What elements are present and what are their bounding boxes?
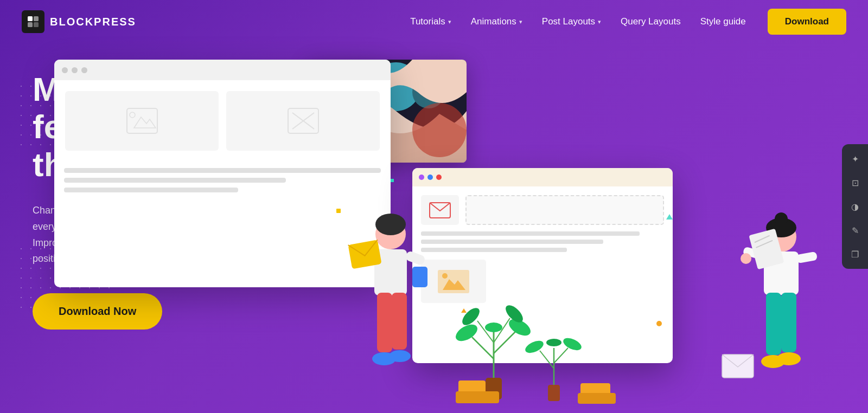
content-card-2 <box>226 91 380 151</box>
content-line-1 <box>64 168 381 173</box>
toolbar-pen-icon[interactable]: ✎ <box>847 222 863 238</box>
toolbar-layers-icon[interactable]: ❐ <box>847 246 863 262</box>
browser-mockup-main <box>54 60 391 287</box>
browser-bar <box>54 60 391 80</box>
svg-rect-0 <box>28 16 33 21</box>
svg-point-33 <box>389 350 411 362</box>
content-card-1 <box>65 91 219 151</box>
svg-rect-45 <box>781 293 796 352</box>
browser-dot-s3 <box>436 175 442 180</box>
content-line-3 <box>64 188 238 192</box>
svg-point-39 <box>741 253 751 264</box>
brand-name: BLOCKPRESS <box>50 16 136 28</box>
chevron-down-icon: ▾ <box>448 18 451 25</box>
browser-dot-1 <box>62 67 68 73</box>
svg-point-47 <box>777 352 801 365</box>
svg-point-65 <box>546 339 561 346</box>
browser-dot-s1 <box>419 175 424 180</box>
svg-rect-31 <box>392 293 407 350</box>
toolbar-contrast-icon[interactable]: ◑ <box>847 198 863 215</box>
svg-rect-43 <box>796 251 818 263</box>
svg-rect-1 <box>34 16 39 21</box>
toolbar-star-icon[interactable]: ✦ <box>847 151 863 167</box>
svg-point-22 <box>442 273 448 279</box>
chevron-down-icon: ▾ <box>598 18 601 25</box>
svg-point-36 <box>775 212 788 225</box>
chevron-down-icon: ▾ <box>519 18 522 25</box>
content-row-1 <box>421 195 664 225</box>
svg-rect-30 <box>377 293 392 352</box>
main-nav: Tutorials ▾ Animations ▾ Post Layouts ▾ … <box>410 16 746 27</box>
svg-rect-27 <box>348 240 382 269</box>
svg-marker-14 <box>134 117 156 128</box>
header-download-button[interactable]: Download <box>768 9 846 35</box>
text-line-2 <box>421 240 603 244</box>
svg-point-58 <box>485 322 502 332</box>
header: BLOCKPRESS Tutorials ▾ Animations ▾ Post… <box>0 0 868 43</box>
logo[interactable]: BLOCKPRESS <box>22 10 136 33</box>
svg-point-24 <box>375 214 406 235</box>
nav-style-guide[interactable]: Style guide <box>700 16 746 27</box>
mail-envelope <box>722 354 754 380</box>
nav-query-layouts[interactable]: Query Layouts <box>621 16 681 27</box>
svg-rect-2 <box>28 22 33 27</box>
toolbar-crop-icon[interactable]: ⊡ <box>847 175 863 191</box>
dashed-box <box>465 195 664 225</box>
deco-square-1 <box>336 209 341 213</box>
browser-content <box>54 80 391 162</box>
side-toolbar: ✦ ⊡ ◑ ✎ ❐ <box>842 144 868 269</box>
svg-point-15 <box>130 112 135 118</box>
svg-rect-44 <box>766 293 781 355</box>
deco-triangle-2 <box>461 308 467 313</box>
deco-triangle-1 <box>666 214 673 220</box>
browser-dot-s2 <box>427 175 433 180</box>
content-line-2 <box>64 178 286 183</box>
browser-dot-3 <box>81 67 87 73</box>
svg-line-62 <box>554 348 568 363</box>
hero-section: BLOCKPRESS Tutorials ▾ Animations ▾ Post… <box>0 0 868 413</box>
nav-tutorials[interactable]: Tutorials ▾ <box>410 16 451 27</box>
svg-point-12 <box>412 103 467 157</box>
svg-rect-69 <box>578 393 616 404</box>
content-lines <box>54 162 391 204</box>
logo-icon <box>22 10 44 33</box>
svg-rect-67 <box>456 391 499 403</box>
svg-line-50 <box>472 337 494 359</box>
deco-dot-1 <box>391 179 394 182</box>
svg-line-61 <box>540 351 554 369</box>
svg-rect-29 <box>412 267 427 287</box>
browser-bar-2 <box>412 168 673 186</box>
svg-line-51 <box>494 332 515 353</box>
nav-post-layouts[interactable]: Post Layouts ▾ <box>542 16 601 27</box>
plants-illustration <box>456 288 618 408</box>
person-left-illustration <box>347 202 434 408</box>
svg-rect-28 <box>405 250 426 266</box>
svg-rect-3 <box>34 22 39 27</box>
nav-animations[interactable]: Animations ▾ <box>471 16 522 27</box>
svg-rect-59 <box>548 385 560 401</box>
hero-download-button[interactable]: Download Now <box>33 293 162 330</box>
deco-dot-2 <box>656 321 662 326</box>
svg-point-64 <box>561 335 583 353</box>
text-line-3 <box>421 248 567 252</box>
text-line-1 <box>421 231 640 236</box>
browser-dot-2 <box>72 67 78 73</box>
